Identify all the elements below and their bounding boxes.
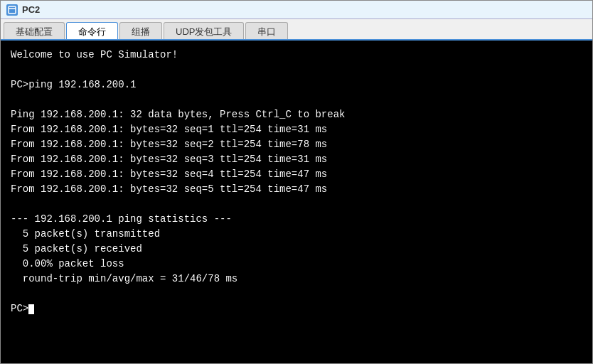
tab-basic[interactable]: 基础配置 <box>4 22 65 39</box>
window-title: PC2 <box>22 4 40 15</box>
title-bar: PC2 <box>1 1 592 19</box>
tab-udp[interactable]: UDP发包工具 <box>164 22 244 39</box>
terminal-output: Welcome to use PC Simulator! PC>ping 192… <box>11 48 582 316</box>
svg-rect-0 <box>9 6 16 14</box>
tab-bar: 基础配置 命令行 组播 UDP发包工具 串口 <box>1 19 592 41</box>
tab-multicast[interactable]: 组播 <box>119 22 162 39</box>
terminal-content[interactable]: Welcome to use PC Simulator! PC>ping 192… <box>1 41 592 363</box>
terminal-cursor <box>28 304 34 314</box>
main-window: PC2 基础配置 命令行 组播 UDP发包工具 串口 Welcome to us… <box>0 0 593 364</box>
tab-serial[interactable]: 串口 <box>245 22 288 39</box>
tab-cmd[interactable]: 命令行 <box>66 22 118 39</box>
window-icon <box>6 4 18 16</box>
